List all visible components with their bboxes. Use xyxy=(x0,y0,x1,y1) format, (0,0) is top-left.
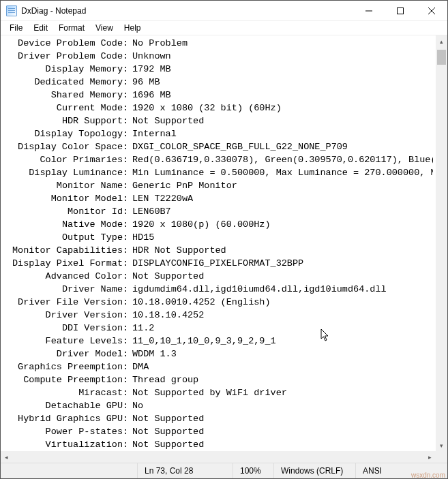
line-label: DDI Version xyxy=(3,322,123,335)
text-line: Driver Version: 10.18.10.4252 xyxy=(3,309,433,322)
line-label: Output Type xyxy=(3,231,123,244)
line-value: 11.2 xyxy=(132,322,433,335)
line-colon: : xyxy=(123,89,132,102)
scroll-left-arrow-icon[interactable]: ◂ xyxy=(1,451,12,463)
notepad-icon xyxy=(6,5,17,16)
menu-edit[interactable]: Edit xyxy=(29,22,53,33)
status-position: Ln 73, Col 28 xyxy=(137,463,233,478)
scroll-right-arrow-icon[interactable]: ▸ xyxy=(424,451,436,463)
line-colon: : xyxy=(123,360,132,373)
line-value: DMA xyxy=(132,360,433,373)
line-value: Thread group xyxy=(132,373,433,386)
line-label: Driver Version xyxy=(3,309,123,322)
text-line: Display Topology: Internal xyxy=(3,127,433,140)
menu-file[interactable]: File xyxy=(5,22,27,33)
text-line: Native Mode: 1920 x 1080(p) (60.000Hz) xyxy=(3,218,433,231)
status-spacer xyxy=(1,463,137,478)
text-line: Virtualization: Not Supported xyxy=(3,438,433,451)
line-colon: : xyxy=(123,218,132,231)
line-label: Current Mode xyxy=(3,102,123,114)
line-value: WDDM 1.3 xyxy=(132,347,433,360)
text-line: Hybrid Graphics GPU: Not Supported xyxy=(3,412,433,425)
line-label: Display Topology xyxy=(3,127,123,140)
svg-rect-0 xyxy=(398,7,404,14)
text-line: Device Problem Code: No Problem xyxy=(3,37,433,50)
titlebar[interactable]: DxDiag - Notepad xyxy=(1,1,447,21)
text-line: Output Type: HD15 xyxy=(3,231,433,244)
text-line: Monitor Model: LEN T2220wA xyxy=(3,192,433,205)
line-colon: : xyxy=(123,153,132,166)
text-line: Compute Preemption: Thread group xyxy=(3,373,433,386)
menu-view[interactable]: View xyxy=(91,22,118,33)
line-label: Compute Preemption xyxy=(3,373,123,386)
line-value: Internal xyxy=(132,127,433,140)
line-value: 11_0,10_1,10_0,9_3,9_2,9_1 xyxy=(132,335,433,347)
line-colon: : xyxy=(123,140,132,153)
line-label: Detachable GPU xyxy=(3,399,123,412)
scroll-up-arrow-icon[interactable]: ▴ xyxy=(436,35,447,47)
line-colon: : xyxy=(123,399,132,412)
scrollbar-corner xyxy=(436,451,447,463)
text-line: Monitor Capabilities: HDR Not Supported xyxy=(3,244,433,257)
menubar: File Edit Format View Help xyxy=(1,21,447,35)
text-line: Power P-states: Not Supported xyxy=(3,425,433,438)
vertical-scrollbar[interactable]: ▴ ▾ xyxy=(436,35,447,451)
line-colon: : xyxy=(123,179,132,192)
text-line: Driver Name: igdumdim64.dll,igd10iumd64.… xyxy=(3,283,433,296)
line-value: Unknown xyxy=(132,50,433,63)
line-value: HDR Not Supported xyxy=(132,244,433,257)
line-colon: : xyxy=(123,127,132,140)
line-value: Not Supported by WiFi driver xyxy=(132,386,433,399)
line-value: 1920 x 1080 (32 bit) (60Hz) xyxy=(132,102,433,114)
menu-help[interactable]: Help xyxy=(119,22,146,33)
line-value: 96 MB xyxy=(132,76,433,89)
line-label: Feature Levels xyxy=(3,335,123,347)
text-line: Driver File Version: 10.18.0010.4252 (En… xyxy=(3,296,433,309)
line-value: Not Supported xyxy=(132,438,433,451)
line-colon: : xyxy=(123,412,132,425)
text-content[interactable]: Device Problem Code: No ProblemDriver Pr… xyxy=(1,35,436,451)
minimize-button[interactable] xyxy=(353,1,385,21)
text-line: Dedicated Memory: 96 MB xyxy=(3,76,433,89)
line-value: No xyxy=(132,399,433,412)
line-colon: : xyxy=(123,373,132,386)
line-label: Native Mode xyxy=(3,218,123,231)
scroll-thumb[interactable] xyxy=(437,50,446,65)
close-button[interactable] xyxy=(416,1,447,21)
status-line-ending: Windows (CRLF) xyxy=(273,463,355,478)
text-line: Feature Levels: 11_0,10_1,10_0,9_3,9_2,9… xyxy=(3,335,433,347)
line-label: Display Pixel Format xyxy=(3,257,123,270)
line-label: Display Color Space xyxy=(3,140,123,153)
line-colon: : xyxy=(123,296,132,309)
maximize-button[interactable] xyxy=(385,1,416,21)
scroll-track[interactable] xyxy=(436,47,447,439)
line-label: Monitor Name xyxy=(3,179,123,192)
text-line: Driver Problem Code: Unknown xyxy=(3,50,433,63)
line-label: Monitor Model xyxy=(3,192,123,205)
line-label: Miracast xyxy=(3,386,123,399)
line-value: 1792 MB xyxy=(132,63,433,76)
line-colon: : xyxy=(123,76,132,89)
line-colon: : xyxy=(123,102,132,114)
line-value: Not Supported xyxy=(132,425,433,438)
line-label: Driver Problem Code xyxy=(3,50,123,63)
line-colon: : xyxy=(123,63,132,76)
line-label: Driver File Version xyxy=(3,296,123,309)
line-value: 10.18.0010.4252 (English) xyxy=(132,296,433,309)
text-line: Display Luminance: Min Luminance = 0.500… xyxy=(3,166,433,179)
line-value: Min Luminance = 0.500000, Max Luminance … xyxy=(132,166,433,179)
watermark: wsxdn.com xyxy=(411,472,445,479)
text-line: Display Memory: 1792 MB xyxy=(3,63,433,76)
line-colon: : xyxy=(123,205,132,218)
line-value: 10.18.10.4252 xyxy=(132,309,433,322)
text-line: DDI Version: 11.2 xyxy=(3,322,433,335)
line-colon: : xyxy=(123,166,132,179)
menu-format[interactable]: Format xyxy=(54,22,89,33)
line-value: No Problem xyxy=(132,37,433,50)
line-label: HDR Support xyxy=(3,114,123,127)
line-label: Graphics Preemption xyxy=(3,360,123,373)
line-value: 1920 x 1080(p) (60.000Hz) xyxy=(132,218,433,231)
line-value: LEN60B7 xyxy=(132,205,433,218)
scroll-down-arrow-icon[interactable]: ▾ xyxy=(436,439,447,451)
horizontal-scrollbar[interactable]: ◂ ▸ xyxy=(1,451,436,463)
